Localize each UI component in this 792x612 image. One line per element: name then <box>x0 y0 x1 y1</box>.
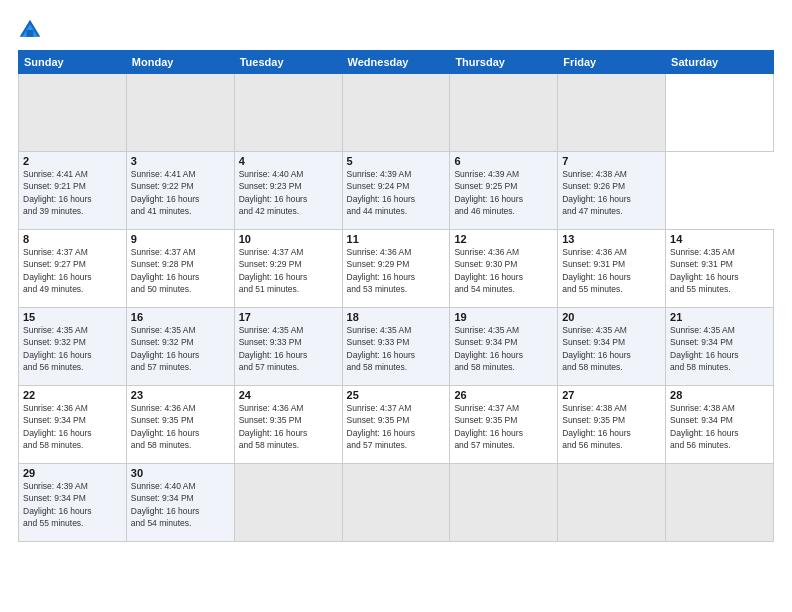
table-row: 28Sunrise: 4:38 AMSunset: 9:34 PMDayligh… <box>666 386 774 464</box>
col-monday: Monday <box>126 51 234 74</box>
table-row: 4Sunrise: 4:40 AMSunset: 9:23 PMDaylight… <box>234 152 342 230</box>
table-row: 10Sunrise: 4:37 AMSunset: 9:29 PMDayligh… <box>234 230 342 308</box>
table-row <box>666 464 774 542</box>
col-friday: Friday <box>558 51 666 74</box>
table-row <box>666 74 774 152</box>
table-row: 5Sunrise: 4:39 AMSunset: 9:24 PMDaylight… <box>342 152 450 230</box>
table-row: 13Sunrise: 4:36 AMSunset: 9:31 PMDayligh… <box>558 230 666 308</box>
table-row <box>126 74 234 152</box>
table-row: 2Sunrise: 4:41 AMSunset: 9:21 PMDaylight… <box>19 152 127 230</box>
table-row: 14Sunrise: 4:35 AMSunset: 9:31 PMDayligh… <box>666 230 774 308</box>
table-row: 12Sunrise: 4:36 AMSunset: 9:30 PMDayligh… <box>450 230 558 308</box>
table-row: 11Sunrise: 4:36 AMSunset: 9:29 PMDayligh… <box>342 230 450 308</box>
col-tuesday: Tuesday <box>234 51 342 74</box>
table-row: 18Sunrise: 4:35 AMSunset: 9:33 PMDayligh… <box>342 308 450 386</box>
table-row: 20Sunrise: 4:35 AMSunset: 9:34 PMDayligh… <box>558 308 666 386</box>
table-row <box>342 464 450 542</box>
table-row: 3Sunrise: 4:41 AMSunset: 9:22 PMDaylight… <box>126 152 234 230</box>
table-row: 29Sunrise: 4:39 AMSunset: 9:34 PMDayligh… <box>19 464 127 542</box>
table-row: 26Sunrise: 4:37 AMSunset: 9:35 PMDayligh… <box>450 386 558 464</box>
table-row: 22Sunrise: 4:36 AMSunset: 9:34 PMDayligh… <box>19 386 127 464</box>
table-row: 8Sunrise: 4:37 AMSunset: 9:27 PMDaylight… <box>19 230 127 308</box>
table-row <box>450 464 558 542</box>
table-row: 25Sunrise: 4:37 AMSunset: 9:35 PMDayligh… <box>342 386 450 464</box>
calendar-table: Sunday Monday Tuesday Wednesday Thursday… <box>18 50 774 542</box>
logo-icon <box>18 18 42 42</box>
table-row <box>450 74 558 152</box>
logo <box>18 18 46 42</box>
table-row: 21Sunrise: 4:35 AMSunset: 9:34 PMDayligh… <box>666 308 774 386</box>
table-row: 7Sunrise: 4:38 AMSunset: 9:26 PMDaylight… <box>558 152 666 230</box>
table-row <box>342 74 450 152</box>
table-row: 15Sunrise: 4:35 AMSunset: 9:32 PMDayligh… <box>19 308 127 386</box>
col-sunday: Sunday <box>19 51 127 74</box>
table-row: 9Sunrise: 4:37 AMSunset: 9:28 PMDaylight… <box>126 230 234 308</box>
col-saturday: Saturday <box>666 51 774 74</box>
table-row: 17Sunrise: 4:35 AMSunset: 9:33 PMDayligh… <box>234 308 342 386</box>
col-thursday: Thursday <box>450 51 558 74</box>
table-row: 24Sunrise: 4:36 AMSunset: 9:35 PMDayligh… <box>234 386 342 464</box>
col-wednesday: Wednesday <box>342 51 450 74</box>
table-row: 19Sunrise: 4:35 AMSunset: 9:34 PMDayligh… <box>450 308 558 386</box>
table-row: 6Sunrise: 4:39 AMSunset: 9:25 PMDaylight… <box>450 152 558 230</box>
table-row <box>558 464 666 542</box>
calendar-header-row: Sunday Monday Tuesday Wednesday Thursday… <box>19 51 774 74</box>
table-row: 27Sunrise: 4:38 AMSunset: 9:35 PMDayligh… <box>558 386 666 464</box>
page-header <box>18 18 774 42</box>
table-row <box>234 74 342 152</box>
table-row <box>234 464 342 542</box>
table-row <box>558 74 666 152</box>
svg-rect-2 <box>27 30 34 37</box>
table-row: 23Sunrise: 4:36 AMSunset: 9:35 PMDayligh… <box>126 386 234 464</box>
table-row <box>19 74 127 152</box>
table-row: 16Sunrise: 4:35 AMSunset: 9:32 PMDayligh… <box>126 308 234 386</box>
table-row: 30Sunrise: 4:40 AMSunset: 9:34 PMDayligh… <box>126 464 234 542</box>
